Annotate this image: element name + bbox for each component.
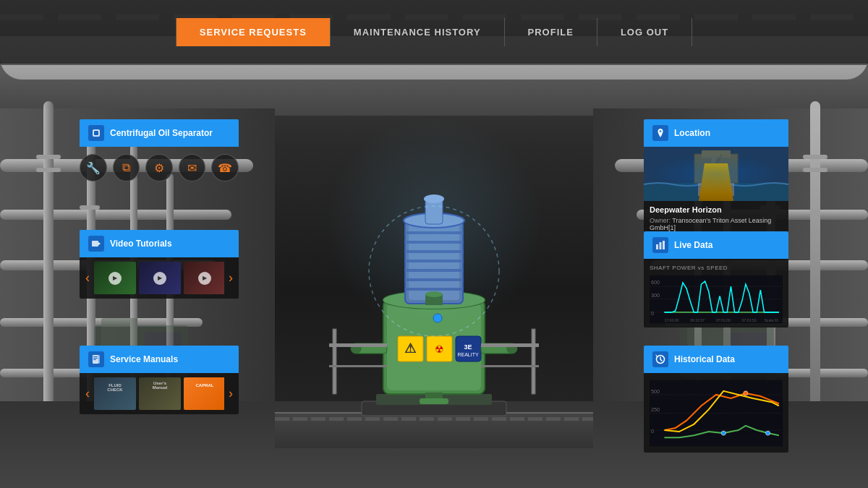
manual-thumb-1[interactable]: FLUIDCHECK bbox=[94, 377, 136, 410]
owner-row: Owner: Transocean's Triton Asset Leasing… bbox=[650, 217, 783, 231]
gear-button[interactable]: ⚙ bbox=[145, 154, 173, 181]
panel-service-manuals: Service Manuals ‹ FLUIDCHECK User'sManua… bbox=[80, 346, 239, 414]
svg-point-48 bbox=[424, 194, 444, 203]
video-tutorials-title: Video Tutorials bbox=[110, 239, 172, 249]
manuals-right-arrow[interactable]: › bbox=[227, 386, 234, 401]
svg-rect-82 bbox=[644, 183, 788, 201]
owner-label: Owner: bbox=[650, 217, 671, 224]
svg-text:500: 500 bbox=[651, 389, 660, 395]
svg-rect-17 bbox=[810, 101, 820, 434]
live-data-chart-title: SHAFT POWER vs SPEED bbox=[650, 265, 783, 271]
phone-button[interactable]: ☎ bbox=[211, 154, 239, 181]
svg-rect-41 bbox=[405, 250, 463, 253]
svg-rect-22 bbox=[803, 168, 827, 172]
tab-service-requests[interactable]: SERVICE REQUESTS bbox=[176, 18, 331, 46]
svg-rect-10 bbox=[36, 168, 61, 172]
historical-chart: 500 250 0 bbox=[650, 379, 783, 448]
play-icon-1: ▶ bbox=[109, 272, 122, 285]
manuals-carousel: ‹ FLUIDCHECK User'sManual CAPRAL › bbox=[80, 373, 239, 414]
historical-chart-area: 500 250 0 bbox=[644, 373, 788, 453]
svg-rect-94 bbox=[650, 275, 783, 323]
play-icon-3: ▶ bbox=[198, 272, 211, 285]
svg-text:600: 600 bbox=[651, 280, 660, 286]
video-thumb-1[interactable]: ▶ bbox=[94, 262, 136, 294]
manuals-icon bbox=[88, 351, 104, 367]
manuals-left-arrow[interactable]: ‹ bbox=[84, 386, 91, 401]
manual-thumb-2[interactable]: User'sManual bbox=[139, 377, 181, 410]
svg-text:0: 0 bbox=[651, 429, 654, 435]
svg-rect-90 bbox=[644, 147, 788, 183]
svg-rect-11 bbox=[80, 205, 100, 210]
svg-text:3E: 3E bbox=[464, 343, 472, 351]
svg-rect-83 bbox=[694, 154, 738, 183]
svg-rect-92 bbox=[660, 242, 662, 249]
machine-model: ⚠ ☢ 3E REALITY bbox=[318, 127, 550, 430]
copy-button[interactable]: ⧉ bbox=[113, 154, 140, 181]
video-icon bbox=[88, 236, 104, 252]
svg-rect-87 bbox=[712, 181, 720, 196]
svg-rect-5 bbox=[43, 101, 54, 434]
svg-text:07:01:00: 07:01:00 bbox=[716, 318, 731, 322]
tab-log-out[interactable]: LOG OUT bbox=[597, 18, 692, 46]
svg-rect-77 bbox=[93, 358, 98, 359]
svg-text:0: 0 bbox=[651, 311, 654, 317]
svg-rect-56 bbox=[420, 398, 448, 404]
svg-point-57 bbox=[433, 314, 442, 322]
svg-rect-63 bbox=[481, 365, 539, 367]
wrench-button[interactable]: 🔧 bbox=[80, 154, 107, 181]
manual-thumb-3[interactable]: CAPRAL bbox=[184, 377, 224, 410]
svg-rect-58 bbox=[333, 329, 336, 394]
svg-rect-93 bbox=[663, 241, 665, 249]
panel-manuals-header: Service Manuals bbox=[80, 346, 239, 373]
svg-rect-60 bbox=[329, 343, 387, 347]
location-pin-icon bbox=[652, 125, 668, 141]
panel-separator: Centrifugal Oil Separator 🔧 ⧉ ⚙ ✉ ☎ bbox=[80, 119, 239, 181]
panel-separator-header: Centrifugal Oil Separator bbox=[80, 119, 239, 147]
svg-point-114 bbox=[721, 431, 726, 435]
svg-text:☢: ☢ bbox=[435, 343, 444, 355]
svg-rect-43 bbox=[405, 269, 463, 272]
action-buttons-row: 🔧 ⧉ ⚙ ✉ ☎ bbox=[80, 154, 239, 181]
live-data-title: Live Data bbox=[674, 240, 712, 250]
svg-marker-88 bbox=[710, 150, 716, 176]
carousel-right-arrow[interactable]: › bbox=[227, 270, 234, 286]
svg-text:Scale:01: Scale:01 bbox=[764, 318, 778, 322]
live-data-chart-area: SHAFT POWER vs SPEED 600 300 0 17:00:00 … bbox=[644, 259, 788, 328]
svg-rect-76 bbox=[93, 356, 98, 357]
history-icon bbox=[652, 351, 668, 367]
svg-rect-40 bbox=[405, 241, 463, 244]
video-thumbnails: ▶ ▶ ▶ bbox=[94, 262, 224, 294]
svg-text:06:32:07: 06:32:07 bbox=[690, 318, 705, 322]
tab-profile[interactable]: PROFILE bbox=[505, 18, 597, 46]
email-button[interactable]: ✉ bbox=[179, 154, 206, 181]
panel-video-tutorials: Video Tutorials ‹ ▶ ▶ ▶ › bbox=[80, 230, 239, 299]
separator-title: Centrifugal Oil Separator bbox=[110, 128, 213, 138]
panel-historical-header: Historical Data bbox=[644, 346, 788, 373]
svg-rect-42 bbox=[405, 260, 463, 262]
carousel-left-arrow[interactable]: ‹ bbox=[84, 270, 91, 286]
tab-maintenance-history[interactable]: MAINTENANCE HISTORY bbox=[331, 18, 505, 46]
svg-rect-62 bbox=[329, 365, 387, 367]
svg-text:REALITY: REALITY bbox=[457, 352, 479, 357]
separator-icon bbox=[88, 125, 104, 141]
chart-icon bbox=[652, 237, 668, 253]
video-thumb-3[interactable]: ▶ bbox=[184, 262, 224, 294]
vessel-name: Deepwater Horizon bbox=[650, 205, 783, 214]
svg-rect-85 bbox=[698, 181, 704, 196]
svg-rect-45 bbox=[405, 288, 463, 291]
video-thumb-2[interactable]: ▶ bbox=[139, 262, 181, 294]
location-title: Location bbox=[674, 128, 710, 138]
svg-rect-79 bbox=[98, 355, 100, 364]
svg-rect-91 bbox=[656, 244, 658, 249]
svg-rect-73 bbox=[92, 241, 98, 247]
panel-video-header: Video Tutorials bbox=[80, 230, 239, 257]
svg-line-89 bbox=[710, 154, 722, 176]
svg-point-80 bbox=[660, 130, 662, 132]
svg-text:07:01:53: 07:01:53 bbox=[742, 318, 757, 322]
svg-rect-61 bbox=[481, 343, 539, 347]
location-image bbox=[644, 147, 788, 201]
live-data-chart: 600 300 0 17:00:00 06:32:07 07:01:00 07:… bbox=[650, 274, 783, 325]
svg-point-50 bbox=[425, 291, 443, 297]
panel-live-data-header: Live Data bbox=[644, 231, 788, 259]
svg-rect-81 bbox=[644, 147, 788, 201]
